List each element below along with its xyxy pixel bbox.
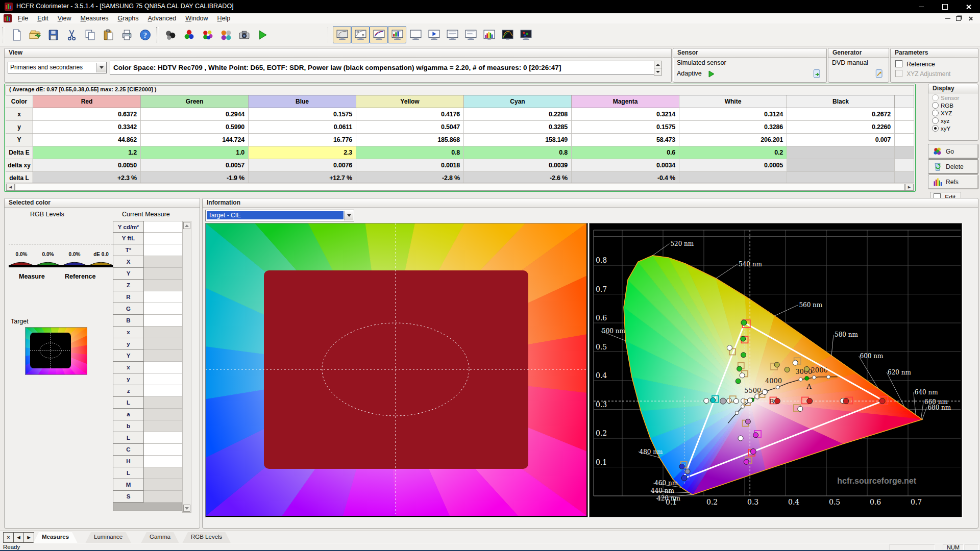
monitor-play-button[interactable] [425,26,443,43]
monitor-plain-button[interactable] [406,26,425,43]
new-file-button[interactable] [7,26,26,43]
cell-y-green[interactable]: 144.724 [141,134,249,146]
monitor-lines-button[interactable] [370,26,388,43]
cell-x-white[interactable]: 0.3124 [679,108,787,121]
save-button[interactable] [44,26,62,43]
maximize-button[interactable] [933,0,957,13]
cell-delta-xy-magenta[interactable]: 0.0034 [572,159,679,172]
cell-x-yellow[interactable]: 0.4176 [356,108,464,121]
cell-y-blue[interactable]: 0.0611 [249,121,356,134]
copy-button[interactable] [81,26,99,43]
menu-edit[interactable]: Edit [33,14,53,22]
cell-y-red[interactable]: 0.3342 [33,121,141,134]
monitor-doc-button[interactable] [443,26,461,43]
cell-delta-xy-black[interactable] [787,159,895,172]
monitor-curve-button[interactable] [351,26,370,43]
cell-delta-xy-red[interactable]: 0.0050 [33,159,141,172]
cell-delta-e-cyan[interactable]: 0.8 [464,146,572,159]
menu-advanced[interactable]: Advanced [143,14,181,22]
monitor-dark-button[interactable] [517,26,535,43]
tab-scroll-right-button[interactable]: ▶ [23,532,34,543]
minimize-button[interactable] [910,0,933,13]
cell-y-magenta[interactable]: 0.1575 [572,121,679,134]
cell-y-red[interactable]: 44.862 [33,134,141,146]
reference-checkbox-box[interactable] [895,60,902,67]
cell-delta-e-blue[interactable]: 2.3 [249,146,356,159]
monitor-doc2-button[interactable] [461,26,480,43]
balls-rgb-button[interactable] [180,26,198,43]
cell-delta-e-black[interactable] [787,146,895,159]
cell-y-magenta[interactable]: 58.473 [572,134,679,146]
radio-icon[interactable] [932,125,939,132]
menu-view[interactable]: View [53,14,76,22]
menu-help[interactable]: Help [213,14,235,22]
print-button[interactable] [117,26,136,43]
generator-config-icon[interactable] [874,69,885,79]
monitor-multi-button[interactable] [388,26,406,43]
reference-checkbox[interactable]: Reference [895,60,935,68]
cell-delta-e-white[interactable]: 0.2 [679,146,787,159]
scroll-up-icon[interactable] [183,222,190,229]
sensor-config-icon[interactable] [812,69,822,79]
view-preset-select[interactable]: Primaries and secondaries [8,62,107,73]
radio-icon[interactable] [932,110,939,116]
cell-delta-xy-cyan[interactable]: 0.0039 [464,159,572,172]
cell-delta-e-green[interactable]: 1.0 [141,146,249,159]
cell-delta-xy-green[interactable]: 0.0057 [141,159,249,172]
scroll-down-icon[interactable] [183,505,190,512]
scrollbar-thumb[interactable] [15,184,905,191]
sensor-run-icon[interactable] [708,70,715,78]
menu-file[interactable]: File [13,14,33,22]
cell-x-red[interactable]: 0.6372 [33,108,141,121]
cell-delta-xy-blue[interactable]: 0.0076 [249,159,356,172]
balls-multi-button[interactable] [198,26,216,43]
cell-delta-xy-yellow[interactable]: 0.0018 [356,159,464,172]
cell-delta-e-yellow[interactable]: 0.8 [356,146,464,159]
display-option-rgb[interactable]: RGB [928,101,978,109]
paste-button[interactable] [99,26,117,43]
go-button[interactable]: Go [928,144,978,159]
cell-x-cyan[interactable]: 0.2208 [464,108,572,121]
balls-gray-button[interactable] [161,26,180,43]
close-button[interactable] [957,0,980,13]
cell-y-cyan[interactable]: 0.3285 [464,121,572,134]
tab-scroll-left-button[interactable]: ◀ [13,532,24,543]
chevron-down-icon[interactable] [344,211,353,220]
chevron-down-icon[interactable] [96,63,106,72]
menu-graphs[interactable]: Graphs [113,14,143,22]
mdi-close-button[interactable] [966,15,975,22]
balls-grid-button[interactable] [216,26,235,43]
cell-y-black[interactable]: 0.007 [787,134,895,146]
cell-delta-e-magenta[interactable]: 0.6 [572,146,679,159]
delete-button[interactable]: Delete [928,159,978,174]
table-horizontal-scrollbar[interactable]: ◀ ▶ [6,183,914,190]
cell-delta-xy-white[interactable]: 0.0005 [679,159,787,172]
cut-button[interactable] [62,26,81,43]
open-folder-button[interactable] [26,26,44,43]
radio-icon[interactable] [932,117,939,124]
cell-y-blue[interactable]: 16.776 [249,134,356,146]
run-measure-button[interactable] [253,26,272,43]
cell-y-green[interactable]: 0.5990 [141,121,249,134]
help-button[interactable]: ? [136,26,154,43]
refs-button[interactable]: Refs [928,174,978,189]
cell-y-yellow[interactable]: 0.5047 [356,121,464,134]
cell-y-black[interactable]: 0.2260 [787,121,895,134]
cell-x-magenta[interactable]: 0.3214 [572,108,679,121]
scroll-left-icon[interactable]: ◀ [6,184,15,191]
menu-measures[interactable]: Measures [76,14,113,22]
spectrum-chart-button[interactable] [498,26,517,43]
monitor-gray-chart-button[interactable] [333,26,351,43]
cell-y-white[interactable]: 206.201 [679,134,787,146]
measure-count-spinner[interactable] [654,61,662,76]
radio-icon[interactable] [932,102,939,109]
histogram-rgb-button[interactable] [480,26,498,43]
cell-x-green[interactable]: 0.2944 [141,108,249,121]
display-option-xyz[interactable]: xyz [928,116,978,124]
menu-window[interactable]: Window [181,14,212,22]
cell-x-black[interactable]: 0.2672 [787,108,895,121]
cell-delta-e-red[interactable]: 1.2 [33,146,141,159]
scroll-right-icon[interactable]: ▶ [905,184,914,191]
information-view-select[interactable]: Target - CIE [205,210,354,221]
display-option-xyy[interactable]: xyY [928,124,978,132]
